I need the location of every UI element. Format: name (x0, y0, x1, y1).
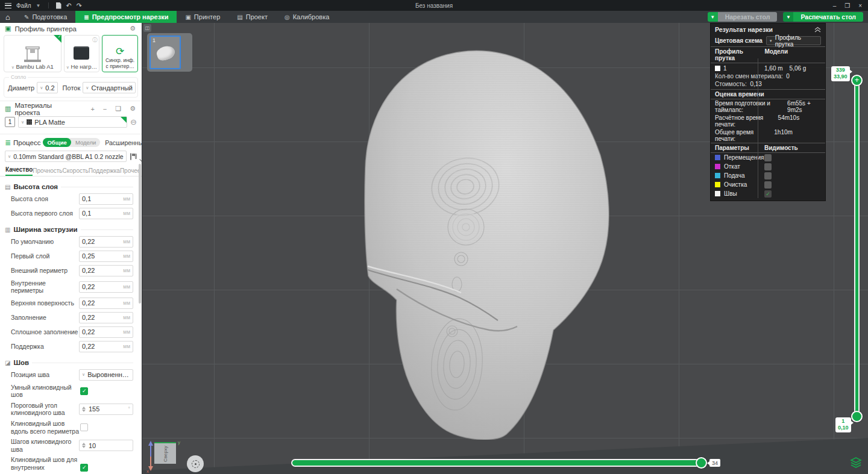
spinner-arrows-icon[interactable] (82, 443, 86, 448)
param-input[interactable]: 0,22мм (79, 326, 133, 338)
param-select[interactable]: ∨ Выровненн… (79, 369, 133, 381)
sync-printer-card[interactable]: ⟳ Синхр. инф. с принтер… (102, 35, 138, 72)
color-scheme-select[interactable]: ▼ Профиль прутка (766, 36, 821, 45)
param-checkbox[interactable] (80, 387, 88, 395)
param-spinner[interactable]: 155° (79, 404, 133, 415)
tab-prepare[interactable]: ✎ Подготовка (16, 11, 75, 23)
move-slider-handle[interactable] (696, 457, 707, 469)
gridline (679, 23, 679, 474)
param-row: Умный клиновидный шов (0, 382, 142, 400)
filament-weight: 5,06 g (790, 65, 807, 72)
sidebar-scrollbar[interactable] (139, 164, 141, 304)
search-icon[interactable] (135, 154, 137, 159)
file-menu[interactable]: Файл (16, 2, 31, 9)
reset-view-button[interactable] (187, 455, 204, 472)
visibility-checkbox[interactable] (764, 190, 772, 198)
plate-number: 1 (153, 37, 156, 43)
param-row: Клиновидный шов вдоль всего периметра (0, 419, 142, 437)
scope-objects[interactable]: Модели (71, 138, 100, 147)
minimize-button[interactable]: – (833, 2, 837, 9)
param-input[interactable]: 0,1мм (79, 193, 133, 205)
param-input[interactable]: 0,25мм (79, 251, 133, 262)
param-input[interactable]: 0,1мм (79, 208, 133, 219)
process-tabs: Качество Прочность Скорость Поддержка Пр… (0, 164, 142, 176)
param-checkbox[interactable] (80, 423, 88, 431)
layer-slider-track[interactable] (854, 80, 860, 416)
chevron-down-icon[interactable]: ▼ (36, 3, 41, 8)
remove-filament-circle-icon[interactable]: ⊖ (130, 117, 137, 126)
time-row: Время подготовки и таймлапс: 6m55s + 9m2… (711, 99, 825, 114)
layer-slider-top-handle[interactable]: + (851, 75, 863, 86)
param-input[interactable]: 0,22мм (79, 298, 133, 309)
tab-project[interactable]: ▤ Проект (228, 11, 276, 23)
print-plate-button[interactable]: ▼ Распечатать стол (783, 12, 863, 22)
filament-section-icon: ▥ (5, 105, 11, 113)
spinner-arrows-icon[interactable] (82, 407, 86, 412)
tab-device[interactable]: ▣ Принтер (177, 11, 228, 23)
tab-strength[interactable]: Прочность (33, 167, 62, 176)
param-row: Сплошное заполнение 0,22мм (0, 325, 142, 339)
plate-list-toggle-icon[interactable]: ◫ (143, 24, 151, 32)
remove-filament-icon[interactable]: − (103, 105, 107, 113)
filament-index[interactable]: 1 (5, 117, 15, 127)
tab-quality[interactable]: Качество (5, 166, 33, 176)
restore-button[interactable]: ❐ (844, 2, 850, 9)
home-tab[interactable]: ⌂ (0, 11, 16, 23)
redo-icon[interactable]: ↷ (77, 2, 82, 9)
param-input[interactable]: 0,22мм (79, 341, 133, 352)
sync-filament-list-icon[interactable]: ❏ (115, 105, 121, 113)
chevron-down-icon: ∨ (40, 86, 43, 90)
slice-dropdown-icon[interactable]: ▼ (708, 12, 718, 22)
sliced-model[interactable] (362, 48, 615, 440)
collapse-panel-icon[interactable] (814, 27, 821, 33)
cube-top-face[interactable]: Сверху (154, 442, 176, 464)
printer-card[interactable]: ∨ Bambu Lab A1 (4, 35, 61, 72)
new-file-icon[interactable] (56, 2, 61, 9)
plate-thumbnail[interactable]: 1 (149, 36, 181, 69)
filament-settings-gear-icon[interactable]: ⚙ (130, 105, 136, 113)
move-slider-track[interactable] (291, 459, 706, 467)
layers-icon: ≣ (84, 14, 89, 20)
undo-icon[interactable]: ↶ (66, 2, 72, 9)
tab-calibration[interactable]: ◎ Калибровка (276, 11, 338, 23)
save-preset-icon[interactable] (130, 153, 132, 160)
legend-row: Перемещения (711, 153, 825, 162)
param-input[interactable]: 0,22мм (79, 312, 133, 323)
tab-preview[interactable]: ≣ Предпросмотр нарезки (75, 11, 177, 23)
slice-result-panel: Результат нарезки Цветовая схема ▼ Профи… (710, 23, 826, 201)
visibility-checkbox[interactable] (764, 154, 772, 161)
process-scope-toggle[interactable]: Общие Модели (43, 138, 100, 147)
layers-view-icon[interactable] (850, 457, 862, 469)
info-icon[interactable]: ⓘ (92, 37, 97, 43)
visibility-checkbox[interactable] (764, 172, 772, 179)
menu-icon[interactable] (5, 3, 11, 8)
layer-height-icon: ▤ (5, 184, 10, 190)
param-row: По умолчанию 0,22мм (0, 234, 142, 249)
slice-plate-button[interactable]: ▼ Нарезать стол (708, 12, 778, 22)
param-input[interactable]: 0,22мм (79, 236, 133, 248)
add-filament-icon[interactable]: + (90, 105, 94, 113)
nozzle-diameter-select[interactable]: ∨ 0.2 (37, 82, 57, 93)
param-input[interactable]: 0,22мм (79, 265, 133, 276)
close-button[interactable]: × (858, 2, 862, 9)
printer-settings-gear-icon[interactable]: ⚙ (130, 25, 136, 33)
plate-image (74, 46, 89, 60)
main-tabbar: ⌂ ✎ Подготовка ≣ Предпросмотр нарезки ▣ … (0, 11, 868, 23)
visibility-checkbox[interactable] (764, 163, 772, 170)
visibility-checkbox[interactable] (764, 181, 772, 189)
tab-others[interactable]: Прочее (120, 167, 140, 176)
filament-select[interactable]: ∨ PLA Matte (18, 116, 127, 128)
param-spinner[interactable]: 10 (79, 440, 133, 451)
process-preset-select[interactable]: ∨ 0.10mm Standard @BBL A1 0.2 nozzle (5, 151, 127, 162)
plate-type-card[interactable]: ⓘ ∨ Не нагр… (64, 35, 100, 72)
flow-select[interactable]: ∨ Стандартный (83, 82, 136, 93)
orientation-cube[interactable]: Сверху y x (146, 438, 183, 474)
tab-speed[interactable]: Скорость (63, 167, 89, 176)
param-checkbox[interactable] (80, 464, 88, 472)
param-input[interactable]: 0,22мм (79, 281, 133, 293)
panel-title: Результат нарезки (715, 26, 773, 33)
scope-global[interactable]: Общие (43, 138, 71, 147)
print-dropdown-icon[interactable]: ▼ (783, 12, 793, 22)
tab-support[interactable]: Поддержка (89, 167, 120, 176)
result-table-header: Профиль прутка Модели (711, 46, 825, 63)
